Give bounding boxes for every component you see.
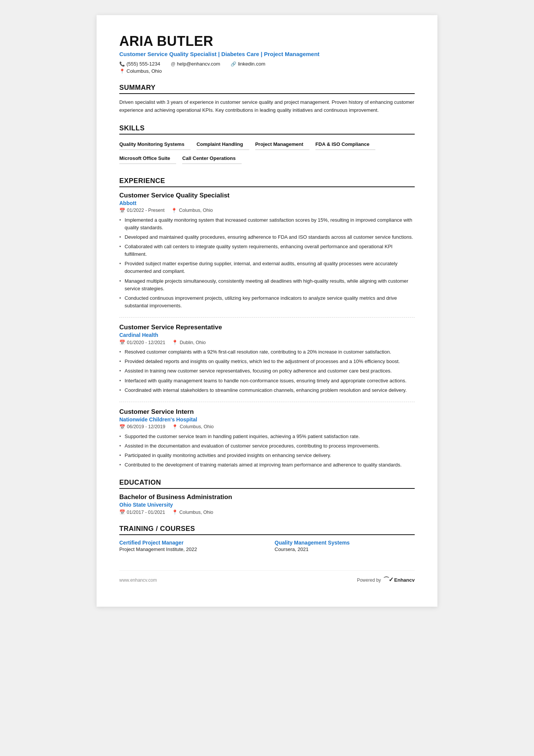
training-item-detail: Project Management Institute, 2022: [119, 546, 259, 552]
calendar-icon: 📅: [119, 510, 125, 515]
job-block: Customer Service InternNationwide Childr…: [119, 408, 415, 469]
skills-grid: Quality Monitoring SystemsComplaint Hand…: [119, 139, 415, 167]
job-date: 📅 01/2022 - Present: [119, 208, 164, 213]
job-location: 📍 Columbus, Ohio: [171, 208, 213, 213]
summary-title: SUMMARY: [119, 84, 415, 94]
contact-row-2: 📍 Columbus, Ohio: [119, 68, 415, 74]
footer-website: www.enhancv.com: [119, 578, 157, 583]
contact-row-1: 📞 (555) 555-1234 @ help@enhancv.com 🔗 li…: [119, 61, 415, 67]
skill-item: Quality Monitoring Systems: [119, 139, 190, 150]
job-title: Customer Service Quality Specialist: [119, 192, 415, 199]
bullet-item: Contributed to the development of traini…: [119, 461, 415, 469]
job-company: Nationwide Children's Hospital: [119, 416, 415, 423]
job-block: Customer Service RepresentativeCardinal …: [119, 324, 415, 394]
page-footer: www.enhancv.com Powered by ⌒✓ Enhancv: [119, 570, 415, 584]
job-meta: 📅 01/2020 - 12/2021📍 Dublin, Ohio: [119, 340, 415, 345]
location-icon: 📍: [172, 340, 178, 345]
skill-item: FDA & ISO Compliance: [315, 139, 376, 150]
job-block: Customer Service Quality SpecialistAbbot…: [119, 192, 415, 310]
job-company: Cardinal Health: [119, 332, 415, 338]
powered-by: Powered by ⌒✓ Enhancv: [357, 576, 415, 584]
experience-section: EXPERIENCE Customer Service Quality Spec…: [119, 177, 415, 469]
training-section: TRAINING / COURSES Certified Project Man…: [119, 525, 415, 552]
skill-item: Project Management: [255, 139, 309, 150]
skills-section: SKILLS Quality Monitoring SystemsComplai…: [119, 124, 415, 167]
job-meta: 📅 06/2019 - 12/2019📍 Columbus, Ohio: [119, 424, 415, 430]
calendar-icon: 📅: [119, 208, 125, 213]
training-title: TRAINING / COURSES: [119, 525, 415, 535]
candidate-name: ARIA BUTLER: [119, 33, 415, 49]
job-location: 📍 Dublin, Ohio: [172, 340, 206, 345]
bullet-item: Assisted in the documentation and evalua…: [119, 442, 415, 450]
experience-title: EXPERIENCE: [119, 177, 415, 187]
job-bullets: Supported the customer service team in h…: [119, 433, 415, 469]
job-separator: [119, 317, 415, 318]
bullet-item: Assisted in training new customer servic…: [119, 367, 415, 375]
brand-name: Enhancv: [394, 577, 415, 583]
training-item-detail: Coursera, 2021: [275, 546, 415, 552]
bullet-item: Managed multiple projects simultaneously…: [119, 277, 415, 293]
bullet-item: Developed and maintained quality procedu…: [119, 233, 415, 241]
edu-location: 📍 Columbus, Ohio: [172, 509, 213, 515]
job-company: Abbott: [119, 200, 415, 206]
edu-school: Ohio State University: [119, 502, 415, 508]
location-icon: 📍: [172, 510, 178, 515]
calendar-icon: 📅: [119, 340, 125, 345]
skill-item: Microsoft Office Suite: [119, 153, 176, 164]
education-block: Bachelor of Business AdministrationOhio …: [119, 493, 415, 515]
location-contact: 📍 Columbus, Ohio: [119, 68, 162, 74]
education-title: EDUCATION: [119, 479, 415, 489]
bullet-item: Participated in quality monitoring activ…: [119, 452, 415, 459]
calendar-icon: 📅: [119, 424, 125, 430]
edu-degree: Bachelor of Business Administration: [119, 493, 415, 501]
bullet-item: Resolved customer complaints with a 92% …: [119, 348, 415, 356]
experience-container: Customer Service Quality SpecialistAbbot…: [119, 192, 415, 469]
summary-text: Driven specialist with 3 years of experi…: [119, 99, 415, 114]
bullet-item: Interfaced with quality management teams…: [119, 377, 415, 385]
job-date: 📅 06/2019 - 12/2019: [119, 424, 165, 430]
job-bullets: Implemented a quality monitoring system …: [119, 216, 415, 310]
job-location: 📍 Columbus, Ohio: [172, 424, 214, 430]
email-contact: @ help@enhancv.com: [171, 61, 220, 67]
job-separator: [119, 402, 415, 402]
job-date: 📅 01/2020 - 12/2021: [119, 340, 165, 345]
email-icon: @: [171, 61, 175, 67]
location-icon: 📍: [119, 69, 125, 74]
linkedin-icon: 🔗: [231, 61, 236, 67]
education-container: Bachelor of Business AdministrationOhio …: [119, 493, 415, 515]
skill-item: Call Center Operations: [182, 153, 242, 164]
location-icon: 📍: [171, 208, 177, 213]
edu-meta: 📅 01/2017 - 01/2021📍 Columbus, Ohio: [119, 509, 415, 515]
training-item-name: Quality Management Systems: [275, 540, 415, 546]
bullet-item: Collaborated with call centers to integr…: [119, 243, 415, 258]
job-bullets: Resolved customer complaints with a 92% …: [119, 348, 415, 394]
job-title: Customer Service Intern: [119, 408, 415, 416]
linkedin-contact: 🔗 linkedin.com: [231, 61, 265, 67]
skills-title: SKILLS: [119, 124, 415, 135]
location-icon: 📍: [172, 424, 178, 430]
bullet-item: Conducted continuous improvement project…: [119, 294, 415, 310]
education-section: EDUCATION Bachelor of Business Administr…: [119, 479, 415, 515]
job-meta: 📅 01/2022 - Present📍 Columbus, Ohio: [119, 208, 415, 213]
training-item-name: Certified Project Manager: [119, 540, 259, 546]
bullet-item: Supported the customer service team in h…: [119, 433, 415, 440]
enhancv-logo: ⌒✓ Enhancv: [383, 576, 415, 584]
skill-item: Complaint Handling: [197, 139, 249, 150]
summary-section: SUMMARY Driven specialist with 3 years o…: [119, 84, 415, 114]
logo-icon: ⌒✓: [383, 576, 393, 584]
edu-date: 📅 01/2017 - 01/2021: [119, 509, 165, 515]
header-section: ARIA BUTLER Customer Service Quality Spe…: [119, 33, 415, 74]
job-title: Customer Service Representative: [119, 324, 415, 331]
bullet-item: Coordinated with internal stakeholders t…: [119, 387, 415, 394]
resume-page: ARIA BUTLER Customer Service Quality Spe…: [97, 15, 437, 607]
candidate-title: Customer Service Quality Specialist | Di…: [119, 51, 415, 57]
powered-by-label: Powered by: [357, 578, 381, 583]
training-item: Quality Management SystemsCoursera, 2021: [275, 540, 415, 552]
bullet-item: Provided subject matter expertise during…: [119, 260, 415, 275]
bullet-item: Implemented a quality monitoring system …: [119, 216, 415, 232]
phone-icon: 📞: [119, 61, 125, 67]
training-item: Certified Project ManagerProject Managem…: [119, 540, 259, 552]
phone-contact: 📞 (555) 555-1234: [119, 61, 160, 67]
training-grid: Certified Project ManagerProject Managem…: [119, 540, 415, 552]
bullet-item: Provided detailed reports and insights o…: [119, 358, 415, 365]
